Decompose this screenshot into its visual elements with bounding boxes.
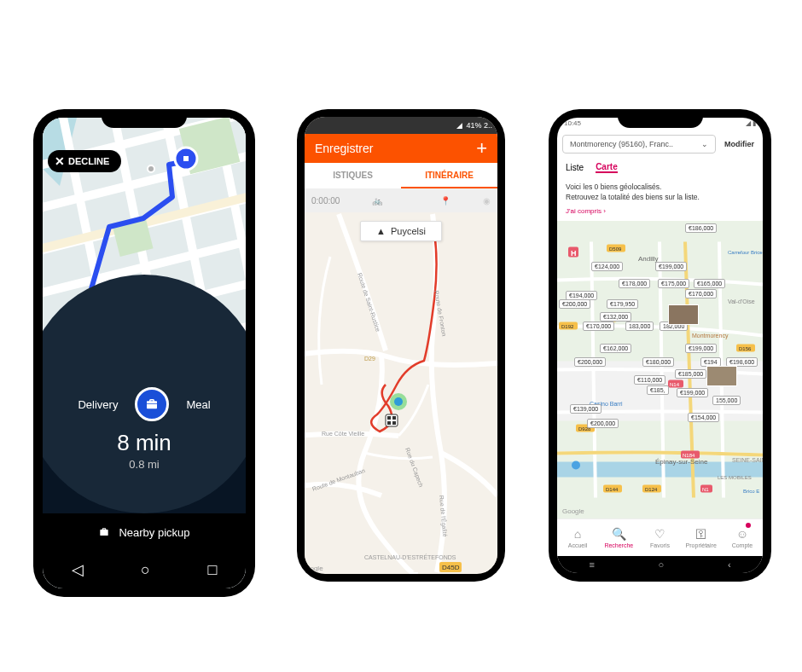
svg-text:Brico E: Brico E — [743, 488, 759, 493]
price-marker[interactable]: €200,000 — [574, 357, 606, 367]
price-marker[interactable]: €185, — [647, 385, 669, 395]
view-toggle: Liste Carte — [557, 157, 763, 177]
phone-screen: ◢ 41% 2.. Enregistrer + ISTIQUES ITINÉRA… — [305, 117, 497, 574]
svg-text:D156: D156 — [739, 345, 752, 350]
price-marker[interactable]: €180,000 — [642, 357, 674, 367]
recents-icon[interactable]: □ — [207, 561, 217, 579]
price-marker[interactable]: €132,000 — [600, 312, 631, 322]
svg-rect-25 — [392, 416, 396, 420]
price-marker[interactable]: €200,000 — [587, 419, 619, 428]
heart-icon: ♡ — [654, 527, 665, 541]
price-marker[interactable]: €199,000 — [655, 262, 687, 271]
price-marker[interactable]: 155,000 — [712, 396, 741, 405]
price-marker[interactable]: €162,000 — [600, 344, 631, 353]
direction-icon: ▲ — [376, 226, 386, 236]
status-bar: ◢ 41% 2.. — [305, 117, 497, 134]
decline-label: DECLINE — [68, 156, 109, 166]
app-header: Enregistrer + — [305, 134, 497, 163]
price-marker[interactable]: €139,000 — [570, 404, 602, 414]
ride-panel: Delivery Meal 8 min 0.8 mi Nearby pickup — [43, 367, 246, 551]
phone-tracker: ◢ 41% 2.. Enregistrer + ISTIQUES ITINÉRA… — [297, 109, 505, 582]
svg-point-22 — [394, 397, 403, 406]
home-icon[interactable]: ○ — [141, 561, 150, 579]
back-icon[interactable]: ‹ — [728, 559, 731, 570]
status-icons: ◢ ▮ — [746, 119, 756, 131]
svg-text:LES MOBILES: LES MOBILES — [718, 474, 752, 479]
price-marker[interactable]: €110,000 — [634, 375, 665, 385]
price-marker[interactable]: €170,000 — [685, 289, 717, 298]
svg-point-53 — [572, 461, 580, 469]
bag-icon — [98, 526, 110, 538]
price-marker[interactable]: €199,000 — [677, 388, 708, 397]
msg-link[interactable]: J'ai compris › — [566, 206, 754, 216]
view-list[interactable]: Liste — [566, 163, 584, 172]
price-marker[interactable]: €199,000 — [685, 344, 717, 353]
tab-route[interactable]: ITINÉRAIRE — [401, 163, 497, 188]
phone-realestate: 10:45 ◢ ▮ Montmorency (95160), Franc.. ⌄… — [549, 109, 771, 582]
svg-text:oogle: oogle — [306, 565, 323, 572]
property-thumbnail[interactable] — [706, 366, 737, 386]
back-icon[interactable]: ◁ — [72, 560, 84, 579]
price-marker[interactable]: €165,000 — [694, 279, 725, 288]
recents-icon[interactable]: ≡ — [589, 559, 594, 570]
price-marker[interactable]: €178,000 — [619, 279, 650, 288]
svg-text:Rue Côte Vieille: Rue Côte Vieille — [322, 431, 364, 437]
nav-owner[interactable]: ⚿Propriétaire — [681, 519, 722, 556]
phone-delivery: ✕ DECLINE Delivery Meal 8 min 0.8 mi Nea… — [33, 109, 255, 597]
decline-button[interactable]: ✕ DECLINE — [48, 150, 121, 172]
home-icon[interactable]: ○ — [659, 559, 665, 570]
price-marker[interactable]: €170,000 — [583, 322, 614, 331]
info-message: Voici les 0 biens géolocalisés. Retrouve… — [557, 177, 763, 221]
price-marker[interactable]: €175,000 — [658, 279, 689, 288]
property-thumbnail[interactable] — [668, 304, 699, 325]
filter-bar: Montmorency (95160), Franc.. ⌄ Modifier — [557, 131, 763, 157]
svg-text:Carrefour Brice Sous: Carrefour Brice Sous — [728, 249, 763, 254]
modify-button[interactable]: Modifier — [721, 140, 758, 148]
bike-icon[interactable]: 🚲 — [372, 196, 382, 206]
price-marker[interactable]: €179,950 — [607, 299, 638, 309]
search-icon: 🔍 — [612, 527, 626, 541]
svg-rect-26 — [387, 421, 391, 425]
nav-favs-label: Favoris — [650, 542, 670, 548]
price-marker[interactable]: €200,000 — [559, 299, 590, 309]
price-marker[interactable]: €124,000 — [591, 262, 623, 271]
tab-stats-label: ISTIQUES — [333, 171, 373, 180]
briefcase-icon[interactable] — [135, 387, 169, 421]
phone-screen: 10:45 ◢ ▮ Montmorency (95160), Franc.. ⌄… — [557, 118, 763, 573]
add-button[interactable]: + — [476, 137, 487, 159]
tab-stats[interactable]: ISTIQUES — [305, 163, 401, 188]
msg-line2: Retrouvez la totalité des biens sur la l… — [566, 193, 754, 203]
eta-distance: 0.8 mi — [43, 458, 246, 471]
destination-chip[interactable]: ▲ Puycelsi — [360, 221, 442, 241]
nearby-pickup-button[interactable]: Nearby pickup — [43, 513, 246, 551]
svg-text:Épinay-sur-Seine: Épinay-sur-Seine — [655, 457, 708, 465]
status-bar: 10:45 ◢ ▮ — [557, 118, 763, 131]
nav-search[interactable]: 🔍Recherche — [598, 519, 639, 556]
price-marker[interactable]: €154,000 — [688, 413, 719, 422]
nav-home[interactable]: ⌂Accueil — [557, 519, 598, 556]
pin-icon[interactable]: 📍 — [440, 196, 450, 206]
category-row: Delivery Meal — [43, 387, 246, 421]
svg-text:Val-d'Oise: Val-d'Oise — [728, 298, 755, 304]
broadcast-icon[interactable]: ◉ — [483, 196, 491, 206]
nav-account[interactable]: ☺Compte — [722, 519, 763, 556]
nav-favs[interactable]: ♡Favoris — [639, 519, 680, 556]
view-map[interactable]: Carte — [596, 162, 618, 173]
user-icon: ☺ — [736, 527, 748, 541]
price-marker[interactable]: €186,000 — [685, 223, 717, 233]
map-background[interactable]: Route de Saint-Rustice Rue Côte Vieille … — [305, 212, 497, 574]
google-logo: Google — [562, 507, 584, 515]
svg-rect-17 — [183, 156, 189, 161]
location-dropdown[interactable]: Montmorency (95160), Franc.. ⌄ — [562, 135, 716, 154]
signal-icon: ◢ — [456, 121, 462, 130]
svg-text:Andilly: Andilly — [638, 254, 659, 262]
home-icon: ⌂ — [574, 527, 581, 541]
price-marker[interactable]: 183,000 — [625, 322, 654, 331]
price-marker[interactable]: €185,000 — [675, 369, 706, 379]
property-map[interactable]: H Andilly Carrefour Brice Sous Val-d'Ois… — [557, 221, 763, 518]
nav-account-label: Compte — [732, 542, 753, 548]
svg-point-18 — [148, 165, 154, 172]
svg-text:N14: N14 — [670, 381, 680, 386]
svg-text:H: H — [571, 248, 577, 257]
svg-text:D45D: D45D — [442, 564, 460, 571]
